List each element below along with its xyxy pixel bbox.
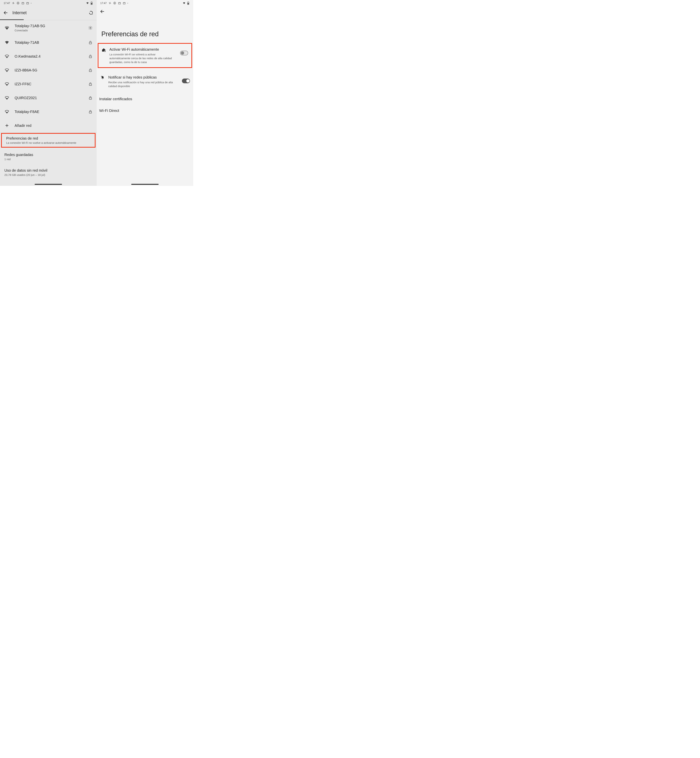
status-bar: 17:47 •	[0, 0, 97, 6]
svg-rect-18	[89, 112, 92, 113]
add-network-label: Añadir red	[14, 123, 93, 128]
lock-icon	[88, 82, 93, 86]
network-preferences-sub: La conexión Wi-Fi no vuelve a activarse …	[6, 141, 91, 144]
screen-network-preferences: 17:47 • Pre	[97, 0, 193, 186]
svg-rect-8	[91, 2, 92, 2]
bell-wifi-icon	[100, 76, 105, 80]
battery-icon	[90, 2, 93, 5]
network-row[interactable]: QUIROZ2021	[0, 91, 97, 105]
calendar-icon-2	[123, 2, 126, 5]
more-notifications-icon: •	[31, 2, 31, 4]
wifi-icon	[5, 68, 9, 73]
install-certs-row[interactable]: Instalar certificados	[97, 93, 193, 105]
lock-icon	[88, 96, 93, 100]
svg-rect-29	[188, 2, 188, 2]
data-usage-row[interactable]: Uso de datos sin red móvil 23,78 GB usad…	[0, 166, 97, 179]
svg-point-21	[110, 3, 110, 3]
reset-icon[interactable]	[89, 10, 93, 15]
back-button[interactable]	[100, 9, 190, 14]
network-ssid: IZZI-8B6A-5G	[14, 68, 83, 73]
fan-icon	[108, 2, 111, 5]
svg-rect-13	[89, 42, 92, 44]
lock-icon	[88, 54, 93, 58]
home-sync-icon	[102, 48, 106, 52]
back-button[interactable]	[3, 10, 8, 15]
status-bar: 17:47 •	[97, 0, 193, 6]
wifi-status-icon	[183, 2, 186, 5]
chrome-icon	[17, 2, 19, 5]
notify-public-sub: Recibe una notificación si hay una red p…	[108, 80, 179, 88]
lock-icon	[88, 68, 93, 72]
lock-icon	[88, 41, 93, 44]
wifi-direct-row[interactable]: Wi-Fi Direct	[97, 105, 193, 117]
status-time: 17:47	[100, 2, 107, 5]
network-ssid: O.Kwdmasta2.4	[14, 54, 83, 59]
saved-networks-row[interactable]: Redes guardadas 1 red	[0, 150, 97, 163]
network-row[interactable]: IZZI-FF6C	[0, 77, 97, 91]
notify-public-title: Notificar si hay redes públicas	[108, 75, 179, 80]
network-row[interactable]: IZZI-8B6A-5G	[0, 63, 97, 77]
saved-networks-sub: 1 red	[5, 158, 93, 161]
data-usage-sub: 23,78 GB usados (20 jun – 18 jul)	[5, 173, 93, 176]
svg-rect-30	[188, 3, 189, 4]
network-ssid: QUIROZ2021	[14, 95, 83, 100]
calendar-icon-2	[26, 2, 29, 5]
more-notifications-icon: •	[127, 2, 128, 4]
svg-rect-14	[89, 56, 92, 58]
network-row[interactable]: Totalplay-F8AE	[0, 105, 97, 119]
svg-rect-15	[89, 70, 92, 72]
saved-networks-title: Redes guardadas	[5, 153, 93, 157]
auto-wifi-title: Activar Wi-Fi automáticamente	[109, 47, 177, 52]
data-usage-title: Uso de datos sin red móvil	[5, 168, 93, 173]
chrome-icon	[113, 2, 116, 5]
network-settings-button[interactable]	[88, 26, 93, 30]
wifi-icon	[5, 109, 9, 114]
network-ssid: Totalplay-71AB	[14, 40, 83, 45]
network-ssid: Totalplay-71AB-5G	[14, 23, 83, 28]
svg-rect-26	[123, 2, 125, 4]
wifi-icon	[5, 95, 9, 100]
network-ssid: IZZI-FF6C	[14, 82, 83, 86]
svg-rect-9	[91, 3, 92, 4]
screen-internet: 17:47 • Inter	[0, 0, 97, 186]
wifi-icon	[5, 25, 9, 30]
svg-rect-17	[89, 98, 92, 99]
add-network-row[interactable]: Añadir red	[0, 119, 97, 133]
page-title: Internet	[12, 10, 84, 15]
svg-rect-5	[27, 2, 28, 4]
network-row[interactable]: O.Kwdmasta2.4	[0, 49, 97, 63]
wifi-direct-label: Wi-Fi Direct	[99, 108, 119, 112]
fan-icon	[12, 2, 15, 5]
calendar-icon	[21, 2, 24, 5]
svg-rect-24	[118, 2, 120, 4]
svg-point-12	[90, 27, 91, 28]
install-certs-label: Instalar certificados	[99, 97, 132, 101]
nav-handle[interactable]	[131, 184, 159, 185]
notify-public-toggle[interactable]	[182, 78, 190, 83]
plus-icon	[5, 123, 9, 128]
battery-icon	[187, 2, 189, 5]
network-preferences-title: Preferencias de red	[6, 136, 91, 140]
svg-point-0	[13, 3, 14, 3]
svg-rect-3	[22, 2, 24, 4]
wifi-icon	[5, 82, 9, 86]
auto-wifi-row[interactable]: Activar Wi-Fi automáticamente La conexió…	[98, 44, 191, 67]
network-preferences-row[interactable]: Preferencias de red La conexión Wi-Fi no…	[1, 133, 95, 148]
calendar-icon	[118, 2, 121, 5]
wifi-icon	[5, 40, 9, 45]
notify-public-row[interactable]: Notificar si hay redes públicas Recibe u…	[97, 72, 193, 91]
network-ssid: Totalplay-F8AE	[14, 109, 83, 114]
auto-wifi-toggle[interactable]	[180, 51, 188, 55]
auto-wifi-sub: La conexión Wi-Fi se volverá a activar a…	[109, 53, 177, 64]
network-status: Conectado	[14, 29, 83, 32]
svg-point-23	[114, 3, 115, 4]
network-row[interactable]: Totalplay-71AB-5GConectado	[0, 20, 97, 36]
wifi-status-icon	[86, 2, 89, 5]
network-list: Totalplay-71AB-5GConectadoTotalplay-71AB…	[0, 20, 97, 119]
status-time: 17:47	[4, 2, 10, 5]
network-row[interactable]: Totalplay-71AB	[0, 36, 97, 49]
wifi-icon	[5, 54, 9, 59]
nav-handle[interactable]	[34, 184, 62, 185]
page-title: Preferencias de red	[97, 14, 193, 43]
app-bar: Internet	[0, 6, 97, 19]
